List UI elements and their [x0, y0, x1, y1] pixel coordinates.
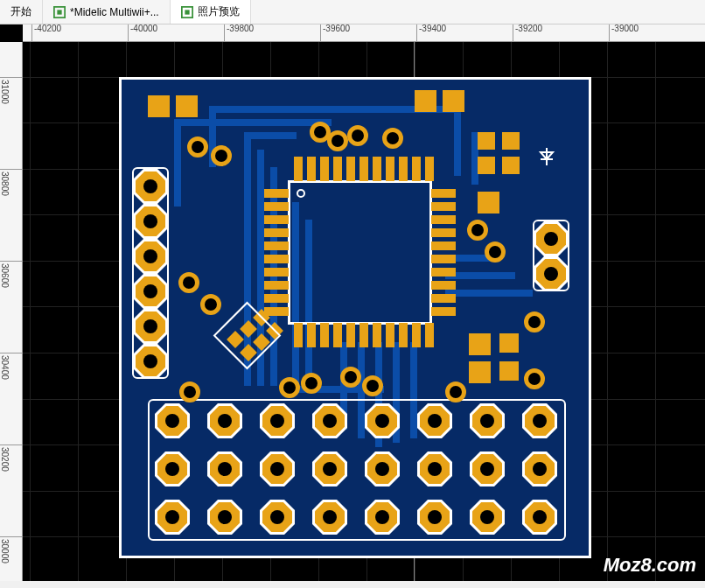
via — [178, 272, 199, 293]
tab-label: *Midelic Multiwii+... — [70, 6, 159, 18]
via — [347, 125, 368, 146]
chip-pin — [264, 281, 289, 290]
chip-pin — [264, 255, 289, 263]
thru-hole — [534, 221, 569, 256]
chip-pin — [425, 323, 434, 347]
via — [485, 242, 506, 262]
via — [179, 382, 200, 402]
thru-hole — [207, 452, 242, 486]
chip-pin — [431, 268, 456, 276]
pcb-icon — [53, 6, 66, 18]
via — [467, 220, 488, 241]
via — [301, 373, 322, 394]
ruler-vertical: 31000 30800 30600 30400 30200 30000 — [0, 42, 23, 581]
pad-midright — [469, 361, 491, 383]
thru-hole — [207, 403, 242, 438]
pcb-board[interactable] — [119, 77, 591, 558]
via — [200, 294, 221, 315]
thru-hole — [260, 452, 295, 486]
chip-pin — [431, 228, 456, 237]
pad-right-small — [478, 132, 495, 150]
thru-hole — [155, 403, 190, 438]
chip-pin — [425, 157, 434, 181]
chip-pin — [346, 323, 355, 347]
thru-hole — [133, 204, 168, 239]
chip-pin — [431, 215, 456, 224]
ruler-tick: -40000 — [128, 24, 157, 42]
chip-pin — [431, 281, 456, 290]
via — [327, 130, 348, 151]
via — [211, 145, 232, 166]
thru-hole — [365, 500, 400, 535]
chip-pin — [431, 294, 456, 303]
pcb-icon — [181, 6, 193, 18]
thru-hole — [312, 500, 347, 535]
chip-pin — [307, 157, 316, 181]
pad-midright — [469, 333, 491, 355]
thru-hole — [522, 452, 557, 486]
chip-pin — [431, 255, 456, 263]
ruler-tick: 30600 — [0, 261, 23, 288]
thru-hole — [133, 309, 168, 344]
via — [445, 382, 466, 402]
chip-pin — [359, 323, 368, 347]
thru-hole — [470, 403, 505, 438]
thru-hole — [470, 452, 505, 486]
ruler-tick: -40200 — [31, 24, 61, 42]
via — [382, 128, 403, 149]
chip-pin — [431, 242, 456, 250]
tab-label: 开始 — [10, 4, 31, 19]
ruler-tick: -39800 — [224, 24, 254, 42]
chip-pin — [264, 242, 289, 250]
via — [524, 312, 545, 332]
thru-hole — [417, 500, 452, 535]
chip-pin — [399, 323, 408, 347]
ruler-tick: -39600 — [320, 24, 350, 42]
tab-label: 照片预览 — [198, 4, 240, 19]
thru-hole — [417, 403, 452, 438]
thru-hole — [417, 452, 452, 486]
thru-hole — [260, 500, 295, 535]
tab-photo-preview[interactable]: 照片预览 — [171, 0, 251, 24]
thru-hole — [133, 274, 168, 309]
thru-hole — [155, 500, 190, 535]
chip-pin — [264, 228, 289, 237]
thru-hole — [522, 403, 557, 438]
ruler-tick: -39200 — [513, 24, 542, 42]
chip-pin — [294, 323, 303, 347]
via — [279, 377, 300, 398]
chip-pin — [320, 323, 329, 347]
chip-pin — [373, 323, 381, 347]
tab-start[interactable]: 开始 — [0, 0, 43, 24]
chip-pin — [386, 323, 394, 347]
chip-pin — [399, 157, 408, 181]
workspace: -40200 -40000 -39800 -39600 -39400 -3920… — [0, 24, 705, 581]
svg-rect-1 — [57, 10, 61, 14]
chip-pin — [333, 323, 342, 347]
watermark: Moz8.com — [604, 554, 696, 577]
chip-pin1-dot — [297, 189, 305, 198]
chip-pin — [412, 323, 421, 347]
pad-midright — [499, 333, 519, 353]
thru-hole — [207, 500, 242, 535]
chip-pin — [307, 323, 316, 347]
chip-pin — [431, 189, 456, 198]
ruler-tick: 30200 — [0, 444, 23, 472]
thru-hole — [534, 256, 569, 291]
chip-pin — [386, 157, 394, 181]
pad-right-small — [502, 157, 520, 174]
chip-pin — [294, 157, 303, 181]
chip-pin — [264, 202, 289, 211]
via — [362, 375, 383, 396]
ruler-tick: 31000 — [0, 77, 23, 104]
pad-right-small — [502, 132, 520, 150]
tab-multiwii[interactable]: *Midelic Multiwii+... — [43, 0, 171, 24]
pad-top-right-1 — [415, 90, 436, 112]
ruler-tick: 30400 — [0, 353, 23, 380]
thru-hole — [365, 403, 400, 438]
ruler-tick: -39000 — [609, 24, 639, 42]
design-canvas[interactable] — [23, 42, 705, 581]
thru-hole — [470, 500, 505, 535]
ruler-tick: -39400 — [416, 24, 446, 42]
thru-hole — [133, 239, 168, 274]
